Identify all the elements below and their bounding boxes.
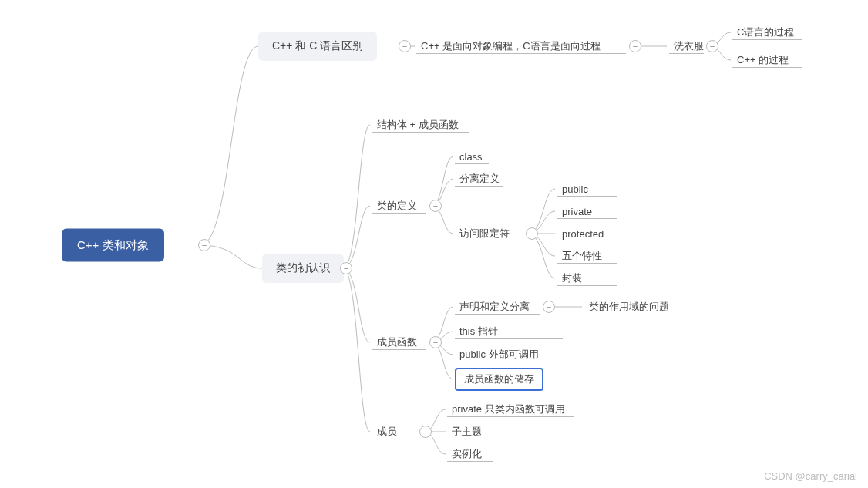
underline <box>372 132 469 133</box>
node-struct-plus-func[interactable]: 结构体 + 成员函数 <box>372 116 463 133</box>
underline <box>447 439 493 439</box>
leaf-cpp-process[interactable]: C++ 的过程 <box>732 52 793 69</box>
node-intro-class[interactable]: 类的初认识 <box>262 254 344 283</box>
underline <box>416 53 626 54</box>
leaf-public[interactable]: public <box>557 182 593 197</box>
watermark: CSDN @carry_carial <box>764 470 857 482</box>
underline <box>557 218 617 219</box>
underline <box>557 241 617 241</box>
node-cpp-vs-c[interactable]: C++ 和 C 语言区别 <box>258 32 377 61</box>
leaf-c-process[interactable]: C语言的过程 <box>732 24 799 41</box>
underline <box>372 439 412 439</box>
underline <box>455 314 540 315</box>
underline <box>455 362 563 362</box>
root-node[interactable]: C++ 类和对象 <box>62 229 164 262</box>
underline <box>455 163 489 164</box>
toggle-laundry[interactable] <box>706 40 718 52</box>
label: 类的初认识 <box>276 261 330 274</box>
underline <box>447 461 493 462</box>
underline <box>732 39 802 40</box>
underline <box>557 263 617 264</box>
toggle-paradigm[interactable] <box>629 40 641 52</box>
underline <box>455 338 563 339</box>
leaf-private[interactable]: private <box>557 204 597 219</box>
node-laundry[interactable]: 洗衣服 <box>669 38 708 55</box>
toggle-root[interactable] <box>198 239 210 251</box>
underline <box>732 67 802 68</box>
leaf-scope-issue[interactable]: 类的作用域的问题 <box>584 298 674 315</box>
leaf-decl-def-sep[interactable]: 声明和定义分离 <box>455 298 534 315</box>
underline <box>455 186 503 187</box>
leaf-subtopic[interactable]: 子主题 <box>447 423 486 440</box>
toggle-member-func[interactable] <box>429 336 442 348</box>
underline <box>669 53 704 54</box>
toggle-class-def[interactable] <box>429 200 442 212</box>
leaf-class[interactable]: class <box>455 150 487 164</box>
node-member[interactable]: 成员 <box>372 423 402 440</box>
underline <box>455 241 516 241</box>
leaf-protected[interactable]: protected <box>557 227 608 241</box>
underline <box>447 416 574 417</box>
underline <box>372 213 426 214</box>
leaf-private-internal[interactable]: private 只类内函数可调用 <box>447 401 570 418</box>
underline <box>557 196 617 197</box>
toggle-access-spec[interactable] <box>526 227 538 240</box>
leaf-this-ptr[interactable]: this 指针 <box>455 323 503 340</box>
node-class-def[interactable]: 类的定义 <box>372 197 422 214</box>
leaf-instantiate[interactable]: 实例化 <box>447 446 486 463</box>
node-member-func[interactable]: 成员函数 <box>372 334 422 351</box>
label: C++ 和 C 语言区别 <box>272 39 363 52</box>
underline <box>372 349 426 350</box>
leaf-member-storage[interactable]: 成员函数的储存 <box>455 368 543 391</box>
underline <box>557 285 617 286</box>
leaf-public-call[interactable]: public 外部可调用 <box>455 346 543 363</box>
root-label: C++ 类和对象 <box>77 238 149 251</box>
toggle-decl-def-sep[interactable] <box>543 301 555 313</box>
node-access-spec[interactable]: 访问限定符 <box>455 225 514 242</box>
leaf-separate-def[interactable]: 分离定义 <box>455 170 504 187</box>
note-paradigm[interactable]: C++ 是面向对象编程，C语言是面向过程 <box>416 38 605 55</box>
leaf-five-traits[interactable]: 五个特性 <box>557 247 607 264</box>
leaf-encapsulation[interactable]: 封装 <box>557 270 587 287</box>
toggle-cpp-vs-c[interactable] <box>399 40 411 52</box>
toggle-member[interactable] <box>419 426 432 438</box>
toggle-intro-class[interactable] <box>340 262 352 274</box>
